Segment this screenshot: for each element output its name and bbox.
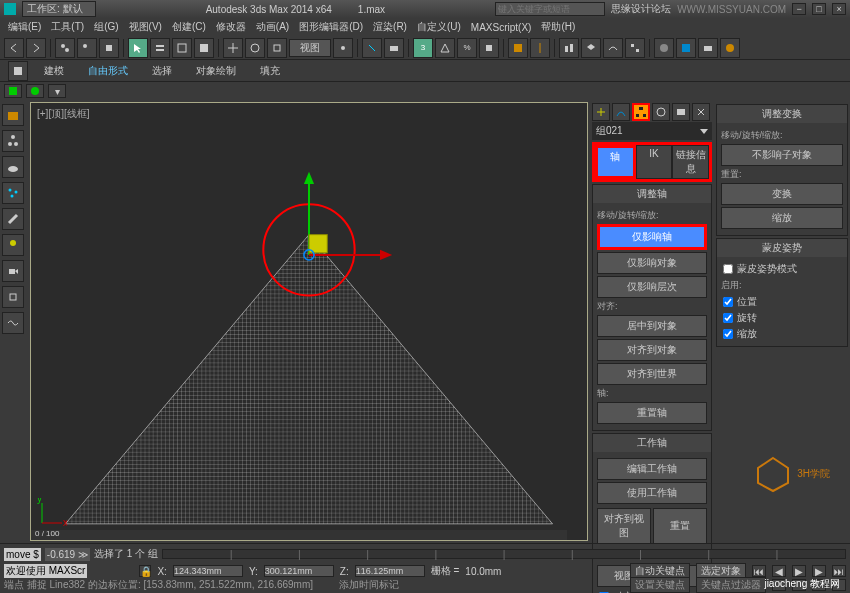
play-button[interactable]: ▶ xyxy=(792,565,806,577)
render-setup-button[interactable] xyxy=(676,38,696,58)
hierarchy-panel-icon[interactable] xyxy=(632,103,650,121)
render-frame-button[interactable] xyxy=(698,38,718,58)
keyboard-button[interactable] xyxy=(384,38,404,58)
bone-button[interactable] xyxy=(2,208,24,230)
center-to-object-button[interactable]: 居中到对象 xyxy=(597,315,707,337)
subtab-axis[interactable]: 轴 xyxy=(595,145,636,179)
y-coord-input[interactable] xyxy=(264,565,334,577)
menu-view[interactable]: 视图(V) xyxy=(125,18,166,36)
adjust-axis-header[interactable]: 调整轴 xyxy=(593,185,711,203)
menu-graph[interactable]: 图形编辑器(D) xyxy=(295,18,367,36)
workspace-dropdown[interactable]: 工作区: 默认 xyxy=(22,1,96,17)
menu-group[interactable]: 组(G) xyxy=(90,18,122,36)
setkey-button[interactable]: 设置关键点 xyxy=(630,577,690,593)
menu-animation[interactable]: 动画(A) xyxy=(252,18,293,36)
edit-work-axis-button[interactable]: 编辑工作轴 xyxy=(597,458,707,480)
poly-smooth-button[interactable] xyxy=(26,84,44,98)
affect-hierarchy-only-button[interactable]: 仅影响层次 xyxy=(597,276,707,298)
tab-freeform[interactable]: 自由形式 xyxy=(80,62,136,80)
menu-custom[interactable]: 自定义(U) xyxy=(413,18,465,36)
timemark-button[interactable]: 添加时间标记 xyxy=(339,578,399,592)
select-window-button[interactable] xyxy=(194,38,214,58)
spinner-snap-button[interactable] xyxy=(479,38,499,58)
percent-snap-button[interactable]: % xyxy=(457,38,477,58)
material-editor-button[interactable] xyxy=(654,38,674,58)
subtab-ik[interactable]: IK xyxy=(636,145,673,179)
select-button[interactable] xyxy=(128,38,148,58)
work-axis-header[interactable]: 工作轴 xyxy=(593,434,711,452)
create-panel-icon[interactable] xyxy=(592,103,610,121)
align-to-view-button[interactable]: 对齐到视图 xyxy=(597,508,651,544)
display-panel-icon[interactable] xyxy=(672,103,690,121)
poly-button[interactable] xyxy=(4,84,22,98)
reset-scale-button[interactable]: 缩放 xyxy=(721,207,843,229)
menu-tools[interactable]: 工具(T) xyxy=(47,18,88,36)
viewport[interactable]: [+][顶][线框] y x 0 / 100 xyxy=(30,102,588,541)
particle-button[interactable] xyxy=(2,182,24,204)
bind-button[interactable] xyxy=(99,38,119,58)
snap-button[interactable]: 3 xyxy=(413,38,433,58)
enable-rotation-checkbox[interactable] xyxy=(723,313,733,323)
menu-render[interactable]: 渲染(R) xyxy=(369,18,411,36)
menu-help[interactable]: 帮助(H) xyxy=(537,18,579,36)
align-to-object-button[interactable]: 对齐到对象 xyxy=(597,339,707,361)
tab-modeling[interactable]: 建模 xyxy=(36,62,72,80)
time-slider[interactable] xyxy=(162,549,846,559)
menu-modifier[interactable]: 修改器 xyxy=(212,18,250,36)
maximize-button[interactable]: □ xyxy=(812,3,826,15)
menu-script[interactable]: MAXScript(X) xyxy=(467,20,536,35)
container-button[interactable] xyxy=(2,104,24,126)
enable-scale-checkbox[interactable] xyxy=(723,329,733,339)
subtab-link[interactable]: 链接信息 xyxy=(672,145,709,179)
render-button[interactable] xyxy=(720,38,740,58)
reset-work-axis-button[interactable]: 重置 xyxy=(653,508,707,544)
tab-selection[interactable]: 选择 xyxy=(144,62,180,80)
minimize-button[interactable]: − xyxy=(792,3,806,15)
menu-edit[interactable]: 编辑(E) xyxy=(4,18,45,36)
x-coord-input[interactable] xyxy=(173,565,243,577)
helper-button[interactable] xyxy=(2,286,24,308)
z-coord-input[interactable] xyxy=(355,565,425,577)
play-end-button[interactable]: ⏭ xyxy=(832,565,846,577)
light-button[interactable] xyxy=(2,234,24,256)
dropdown-button[interactable]: ▾ xyxy=(48,84,66,98)
align-to-world-button[interactable]: 对齐到世界 xyxy=(597,363,707,385)
schematic-button[interactable] xyxy=(625,38,645,58)
utilities-panel-icon[interactable] xyxy=(692,103,710,121)
tab-object-paint[interactable]: 对象绘制 xyxy=(188,62,244,80)
align-button[interactable] xyxy=(559,38,579,58)
camera-button[interactable] xyxy=(2,260,24,282)
mirror-button[interactable] xyxy=(530,38,550,58)
affect-pivot-only-button[interactable]: 仅影响轴 xyxy=(597,224,707,250)
viewport-scrollbar[interactable]: 0 / 100 xyxy=(31,530,567,540)
enable-position-checkbox[interactable] xyxy=(723,297,733,307)
dont-affect-children-button[interactable]: 不影响子对象 xyxy=(721,144,843,166)
skin-pose-mode-checkbox[interactable] xyxy=(723,264,733,274)
select-rect-button[interactable] xyxy=(172,38,192,58)
teapot-button[interactable] xyxy=(2,156,24,178)
named-sel-button[interactable] xyxy=(508,38,528,58)
object-name-field[interactable]: 组021 xyxy=(592,122,712,140)
move-button[interactable] xyxy=(223,38,243,58)
layers-button[interactable] xyxy=(581,38,601,58)
rotate-button[interactable] xyxy=(245,38,265,58)
hierarchy-button[interactable] xyxy=(2,130,24,152)
manipulate-button[interactable] xyxy=(362,38,382,58)
curve-editor-button[interactable] xyxy=(603,38,623,58)
undo-button[interactable] xyxy=(4,38,24,58)
viewport-label[interactable]: [+][顶][线框] xyxy=(37,107,90,121)
play-next-button[interactable]: ▶ xyxy=(812,565,826,577)
lock-icon[interactable]: 🔒 xyxy=(139,565,151,577)
select-name-button[interactable] xyxy=(150,38,170,58)
adjust-xform-header[interactable]: 调整变换 xyxy=(717,105,847,123)
motion-panel-icon[interactable] xyxy=(652,103,670,121)
link-button[interactable] xyxy=(55,38,75,58)
affect-object-only-button[interactable]: 仅影响对象 xyxy=(597,252,707,274)
pivot-button[interactable] xyxy=(333,38,353,58)
tab-populate[interactable]: 填充 xyxy=(252,62,288,80)
spacewarp-button[interactable] xyxy=(2,312,24,334)
redo-button[interactable] xyxy=(26,38,46,58)
modify-panel-icon[interactable] xyxy=(612,103,630,121)
close-button[interactable]: × xyxy=(832,3,846,15)
skin-pose-header[interactable]: 蒙皮姿势 xyxy=(717,239,847,257)
